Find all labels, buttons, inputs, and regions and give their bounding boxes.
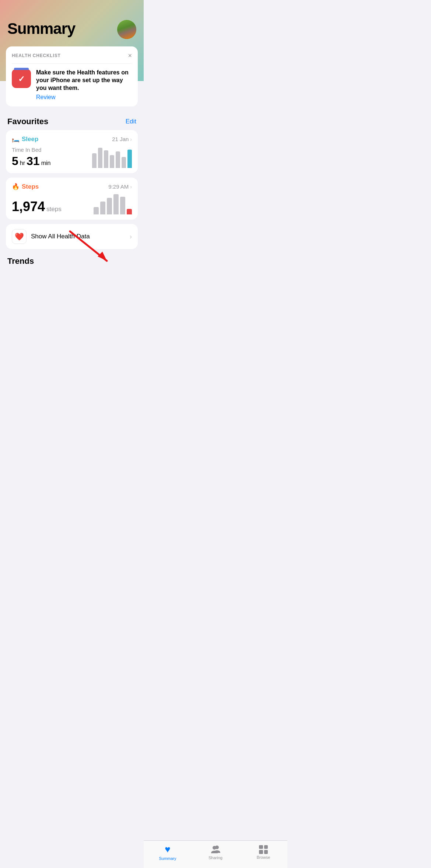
bar xyxy=(127,209,132,214)
page-header: Summary xyxy=(0,0,144,46)
sleep-category: 🛏️ Sleep xyxy=(12,135,38,143)
steps-time: 9:29 AM › xyxy=(108,183,132,190)
checklist-text: Make sure the Health features on your iP… xyxy=(36,69,132,101)
checklist-title: HEALTH CHECKLIST xyxy=(12,53,61,58)
bar xyxy=(110,155,114,168)
steps-bar-chart xyxy=(94,194,132,214)
close-button[interactable]: × xyxy=(128,52,132,59)
edit-button[interactable]: Edit xyxy=(126,118,136,125)
sleep-icon: 🛏️ xyxy=(12,135,20,143)
sleep-stat-label: Time In Bed xyxy=(12,147,50,153)
flame-icon: 🔥 xyxy=(12,183,20,190)
chevron-right-icon: › xyxy=(130,233,132,241)
bar xyxy=(104,150,108,168)
checklist-body: Make sure the Health features on your iP… xyxy=(12,63,132,106)
bar xyxy=(92,153,97,168)
bar xyxy=(122,157,126,168)
sleep-date: 21 Jan › xyxy=(112,136,132,142)
steps-stat-value: 1,974 steps xyxy=(12,199,62,214)
bar xyxy=(116,151,120,168)
page-title: Summary xyxy=(7,20,75,38)
steps-category: 🔥 Steps xyxy=(12,183,39,190)
sleep-stat-value: 5 hr 31 min xyxy=(12,154,50,168)
bar xyxy=(98,148,102,168)
trends-title: Trends xyxy=(7,256,34,266)
checklist-icon xyxy=(12,69,31,88)
sleep-bar-chart xyxy=(92,148,132,168)
chevron-right-icon: › xyxy=(130,184,132,190)
heart-icon: ❤️ xyxy=(12,229,27,244)
favourites-section-header: Favourites Edit xyxy=(0,111,144,130)
chevron-right-icon: › xyxy=(130,136,132,142)
favourites-title: Favourites xyxy=(7,117,48,126)
bar xyxy=(120,197,125,214)
steps-card[interactable]: 🔥 Steps 9:29 AM › 1,974 steps xyxy=(6,178,138,220)
bar xyxy=(127,150,132,168)
bar xyxy=(100,202,105,214)
svg-marker-1 xyxy=(98,252,107,261)
sleep-card[interactable]: 🛏️ Sleep 21 Jan › Time In Bed 5 hr 31 mi… xyxy=(6,130,138,173)
checklist-header: HEALTH CHECKLIST × xyxy=(12,52,132,59)
health-checklist-card: HEALTH CHECKLIST × Make sure the Health … xyxy=(6,46,138,106)
bar xyxy=(94,207,99,214)
bar xyxy=(107,198,112,214)
review-link[interactable]: Review xyxy=(36,94,55,100)
bar xyxy=(113,194,119,214)
checklist-message: Make sure the Health features on your iP… xyxy=(36,69,132,92)
avatar[interactable] xyxy=(117,20,136,39)
